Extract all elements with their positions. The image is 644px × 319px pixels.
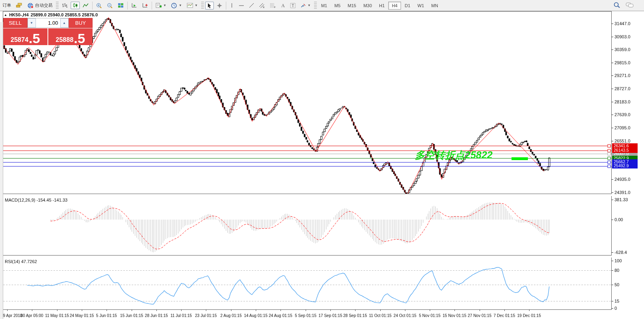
volume-decrease-button[interactable]: ▼	[28, 18, 36, 28]
chevron-down-icon[interactable]: ▼	[195, 4, 198, 7]
price-axis-label[interactable]: 27639.0	[614, 112, 630, 117]
price-axis-label[interactable]: 24391.0	[614, 190, 630, 195]
autotrade-button[interactable]: 自动交易	[26, 1, 55, 10]
price-axis-label[interactable]: 31447.0	[614, 21, 630, 26]
tile-windows-button[interactable]	[116, 2, 126, 9]
search-icon[interactable]	[614, 2, 620, 9]
time-axis-label[interactable]: 23 Jul 01:15	[195, 313, 217, 318]
rsi-axis-label[interactable]: 80	[614, 268, 619, 273]
timeframe-button-m15[interactable]: M15	[344, 2, 360, 10]
periods-button[interactable]: ▼	[169, 2, 184, 10]
buy-button[interactable]: BUY	[69, 18, 93, 28]
timeframe-button-h1[interactable]: H1	[375, 2, 388, 10]
bars-chart-button[interactable]	[60, 2, 70, 9]
time-axis-label[interactable]: 11 Jul 01:15	[170, 313, 192, 318]
chevron-down-icon[interactable]: ▼	[163, 4, 166, 7]
channel-button[interactable]: E	[257, 2, 267, 10]
time-axis-label[interactable]: 19 Dec 01:15	[517, 313, 541, 318]
timeframe-button-m5[interactable]: M5	[331, 2, 344, 10]
price-tick-mark	[611, 63, 613, 63]
rsi-pane-resizer[interactable]	[0, 256, 614, 258]
price-axis-label[interactable]: 30903.0	[614, 34, 630, 39]
time-axis-label[interactable]: 2 Aug 01:15	[220, 313, 241, 318]
price-axis-label[interactable]: 28727.0	[614, 86, 630, 91]
time-axis-label[interactable]: 24 Oct 01:15	[393, 313, 416, 318]
candlestick-chart-button[interactable]	[71, 2, 80, 9]
timeframe-button-d1[interactable]: D1	[401, 2, 414, 10]
chat-icon[interactable]	[626, 2, 634, 9]
cursor-button[interactable]	[205, 2, 214, 10]
buy-price-button[interactable]: 25888 .5	[48, 28, 93, 45]
horizontal-line-button[interactable]	[237, 2, 246, 9]
sell-price-button[interactable]: 25874 .5	[3, 28, 47, 45]
time-axis-label[interactable]: 5 Jun 01:15	[96, 313, 117, 318]
collapse-icon[interactable]: ▲	[4, 13, 7, 17]
text-button[interactable]: A	[279, 2, 287, 9]
rsi-axis-label[interactable]: 0	[614, 306, 617, 311]
new-order-button[interactable]: ▼	[154, 2, 168, 10]
fibonacci-button[interactable]: F	[268, 2, 278, 10]
pivot-annotation-text[interactable]: 多空转折点25822	[415, 149, 493, 162]
time-axis-label[interactable]: 5 Sep 01:15	[295, 313, 316, 318]
autotrade-icon	[28, 3, 34, 8]
timeframe-button-m1[interactable]: M1	[318, 2, 331, 10]
rsi-axis-label[interactable]: 100	[614, 258, 622, 263]
time-axis-label[interactable]: 19 Apr 2018	[1, 313, 22, 318]
time-axis-label[interactable]: 11 Oct 01:15	[369, 313, 392, 318]
timeframe-button-m30[interactable]: M30	[360, 2, 375, 10]
time-axis-label[interactable]: 30 Apr 05:00	[21, 313, 43, 318]
macd-axis-label[interactable]: -628.4	[614, 250, 627, 255]
time-axis-label[interactable]: 14 Aug 01:15	[244, 313, 268, 318]
price-axis-label[interactable]: 28183.0	[614, 99, 630, 104]
price-axis-label[interactable]: 29271.0	[614, 73, 630, 78]
time-axis-label[interactable]: 24 May 01:15	[70, 313, 94, 318]
volume-input[interactable]	[36, 18, 60, 28]
time-axis-label[interactable]: 15 Nov 01:15	[443, 313, 466, 318]
time-axis-label[interactable]: 15 Jun 01:15	[120, 313, 143, 318]
time-axis-label[interactable]: 24 Aug 01:15	[269, 313, 292, 318]
autoscroll-icon	[131, 3, 137, 8]
template-button[interactable]: ▼	[185, 2, 200, 9]
main-chart-canvas[interactable]	[0, 11, 644, 319]
chart-shift-button[interactable]	[140, 2, 150, 9]
autoscroll-button[interactable]	[129, 2, 139, 9]
price-axis-label[interactable]: 26551.0	[614, 139, 630, 143]
macd-pane-resizer[interactable]	[0, 194, 614, 196]
sell-button[interactable]: SELL	[3, 18, 28, 28]
time-axis-label[interactable]: 5 Nov 01:15	[419, 313, 441, 318]
timeframe-button-w1[interactable]: W1	[414, 2, 428, 10]
chevron-down-icon[interactable]: ▼	[179, 4, 182, 7]
zoom-out-button[interactable]	[105, 2, 115, 10]
text-label-button[interactable]: T	[288, 2, 298, 10]
rsi-axis-label[interactable]: 50	[614, 282, 619, 287]
timeframe-button-mn[interactable]: MN	[428, 2, 442, 10]
volume-increase-button[interactable]: ▲	[60, 18, 69, 28]
price-axis-label[interactable]: 27095.0	[614, 125, 630, 130]
price-axis-label[interactable]: 30359.0	[614, 47, 630, 52]
hline-price-label[interactable]: 26143.5	[612, 148, 638, 153]
trendline-button[interactable]	[247, 2, 256, 9]
time-axis-label[interactable]: 7 Dec 01:15	[494, 313, 515, 318]
macd-axis-label[interactable]: 0.00	[614, 217, 623, 222]
time-axis-label[interactable]: 28 Sep 01:15	[343, 313, 367, 318]
time-axis-label[interactable]: 17 Sep 01:15	[318, 313, 342, 318]
timeframe-button-h4[interactable]: H4	[388, 2, 401, 10]
time-axis-label[interactable]: 28 Jun 01:15	[145, 313, 168, 318]
tile-windows-icon	[118, 3, 124, 8]
pivot-highlight-bar[interactable]	[512, 157, 528, 160]
gold-icon[interactable]	[14, 2, 25, 9]
hline-price-label[interactable]: 25492.9	[612, 163, 638, 168]
order-button[interactable]: 订单	[0, 1, 13, 10]
vertical-line-button[interactable]	[228, 2, 236, 9]
zoom-in-button[interactable]	[94, 2, 104, 10]
line-chart-button[interactable]	[81, 2, 91, 9]
chevron-down-icon[interactable]: ▼	[308, 4, 311, 7]
price-axis-label[interactable]: 29815.0	[614, 60, 630, 65]
time-axis-label[interactable]: 11 May 01:15	[45, 313, 69, 318]
macd-axis-label[interactable]: 381.33	[614, 197, 628, 202]
crosshair-button[interactable]	[215, 2, 224, 10]
time-axis-label[interactable]: 27 Nov 01:15	[468, 313, 492, 318]
shapes-button[interactable]: ▼	[298, 2, 313, 9]
price-axis-label[interactable]: 24935.0	[614, 177, 630, 182]
rsi-axis-label[interactable]: 15	[614, 299, 619, 303]
